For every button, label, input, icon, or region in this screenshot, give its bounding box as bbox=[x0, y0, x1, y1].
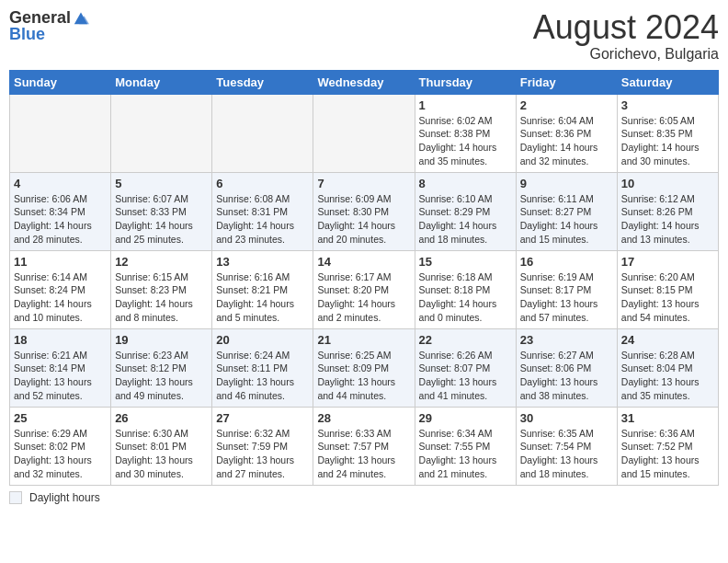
day-info: Sunrise: 6:30 AMSunset: 8:01 PMDaylight:… bbox=[115, 427, 208, 481]
calendar-cell: 20Sunrise: 6:24 AMSunset: 8:11 PMDayligh… bbox=[212, 328, 313, 407]
day-info: Sunrise: 6:24 AMSunset: 8:11 PMDaylight:… bbox=[216, 349, 309, 403]
calendar-col-header: Saturday bbox=[617, 70, 718, 94]
day-number: 16 bbox=[520, 255, 613, 269]
calendar-cell bbox=[313, 94, 415, 172]
logo-blue: Blue bbox=[9, 25, 45, 43]
calendar-col-header: Sunday bbox=[10, 70, 111, 94]
day-number: 7 bbox=[317, 177, 410, 190]
logo-general: General bbox=[9, 9, 71, 26]
day-info: Sunrise: 6:25 AMSunset: 8:09 PMDaylight:… bbox=[317, 349, 410, 403]
calendar-cell: 25Sunrise: 6:29 AMSunset: 8:02 PMDayligh… bbox=[10, 407, 111, 485]
day-number: 13 bbox=[216, 255, 309, 269]
calendar-cell bbox=[10, 94, 111, 172]
day-number: 21 bbox=[317, 333, 410, 347]
day-number: 18 bbox=[14, 333, 107, 347]
calendar-cell: 31Sunrise: 6:36 AMSunset: 7:52 PMDayligh… bbox=[617, 407, 718, 485]
calendar-cell bbox=[212, 94, 313, 172]
day-number: 14 bbox=[317, 255, 410, 269]
calendar-body: 1Sunrise: 6:02 AMSunset: 8:38 PMDaylight… bbox=[10, 94, 719, 485]
day-number: 10 bbox=[621, 177, 714, 190]
day-info: Sunrise: 6:29 AMSunset: 8:02 PMDaylight:… bbox=[14, 427, 107, 481]
day-number: 30 bbox=[520, 411, 613, 425]
day-info: Sunrise: 6:33 AMSunset: 7:57 PMDaylight:… bbox=[317, 427, 410, 481]
calendar-cell: 23Sunrise: 6:27 AMSunset: 8:06 PMDayligh… bbox=[516, 328, 617, 407]
calendar-cell: 4Sunrise: 6:06 AMSunset: 8:34 PMDaylight… bbox=[10, 172, 111, 250]
day-number: 9 bbox=[520, 177, 613, 190]
calendar-cell: 10Sunrise: 6:12 AMSunset: 8:26 PMDayligh… bbox=[617, 172, 718, 250]
day-info: Sunrise: 6:06 AMSunset: 8:34 PMDaylight:… bbox=[14, 192, 107, 247]
calendar-cell: 22Sunrise: 6:26 AMSunset: 8:07 PMDayligh… bbox=[415, 328, 516, 407]
calendar-cell bbox=[111, 94, 212, 172]
day-info: Sunrise: 6:02 AMSunset: 8:38 PMDaylight:… bbox=[419, 114, 512, 168]
day-info: Sunrise: 6:15 AMSunset: 8:23 PMDaylight:… bbox=[115, 270, 208, 325]
day-info: Sunrise: 6:08 AMSunset: 8:31 PMDaylight:… bbox=[216, 192, 309, 247]
day-info: Sunrise: 6:34 AMSunset: 7:55 PMDaylight:… bbox=[419, 427, 512, 481]
calendar-cell: 17Sunrise: 6:20 AMSunset: 8:15 PMDayligh… bbox=[617, 250, 718, 328]
calendar-cell: 7Sunrise: 6:09 AMSunset: 8:30 PMDaylight… bbox=[313, 172, 415, 250]
day-number: 3 bbox=[621, 98, 714, 112]
calendar-week-row: 4Sunrise: 6:06 AMSunset: 8:34 PMDaylight… bbox=[10, 172, 719, 250]
calendar-col-header: Wednesday bbox=[313, 70, 415, 94]
day-info: Sunrise: 6:10 AMSunset: 8:29 PMDaylight:… bbox=[419, 192, 512, 247]
footer: Daylight hours bbox=[9, 491, 719, 504]
calendar-col-header: Thursday bbox=[415, 70, 516, 94]
calendar-col-header: Tuesday bbox=[212, 70, 313, 94]
calendar-col-header: Friday bbox=[516, 70, 617, 94]
calendar-cell: 26Sunrise: 6:30 AMSunset: 8:01 PMDayligh… bbox=[111, 407, 212, 485]
calendar-cell: 2Sunrise: 6:04 AMSunset: 8:36 PMDaylight… bbox=[516, 94, 617, 172]
day-info: Sunrise: 6:09 AMSunset: 8:30 PMDaylight:… bbox=[317, 192, 410, 247]
calendar-cell: 16Sunrise: 6:19 AMSunset: 8:17 PMDayligh… bbox=[516, 250, 617, 328]
calendar-cell: 12Sunrise: 6:15 AMSunset: 8:23 PMDayligh… bbox=[111, 250, 212, 328]
calendar-cell: 19Sunrise: 6:23 AMSunset: 8:12 PMDayligh… bbox=[111, 328, 212, 407]
day-info: Sunrise: 6:14 AMSunset: 8:24 PMDaylight:… bbox=[14, 270, 107, 325]
day-number: 25 bbox=[14, 411, 107, 425]
day-number: 20 bbox=[216, 333, 309, 347]
day-info: Sunrise: 6:28 AMSunset: 8:04 PMDaylight:… bbox=[621, 349, 714, 403]
calendar-cell: 27Sunrise: 6:32 AMSunset: 7:59 PMDayligh… bbox=[212, 407, 313, 485]
calendar-col-header: Monday bbox=[111, 70, 212, 94]
day-number: 24 bbox=[621, 333, 714, 347]
day-info: Sunrise: 6:05 AMSunset: 8:35 PMDaylight:… bbox=[621, 114, 714, 168]
calendar-cell: 5Sunrise: 6:07 AMSunset: 8:33 PMDaylight… bbox=[111, 172, 212, 250]
day-info: Sunrise: 6:18 AMSunset: 8:18 PMDaylight:… bbox=[419, 270, 512, 325]
day-info: Sunrise: 6:11 AMSunset: 8:27 PMDaylight:… bbox=[520, 192, 613, 247]
calendar-cell: 14Sunrise: 6:17 AMSunset: 8:20 PMDayligh… bbox=[313, 250, 415, 328]
calendar-cell: 18Sunrise: 6:21 AMSunset: 8:14 PMDayligh… bbox=[10, 328, 111, 407]
daylight-label: Daylight hours bbox=[29, 491, 100, 504]
day-number: 2 bbox=[520, 98, 613, 112]
calendar-cell: 3Sunrise: 6:05 AMSunset: 8:35 PMDaylight… bbox=[617, 94, 718, 172]
calendar-header-row: SundayMondayTuesdayWednesdayThursdayFrid… bbox=[10, 70, 719, 94]
day-info: Sunrise: 6:23 AMSunset: 8:12 PMDaylight:… bbox=[115, 349, 208, 403]
calendar-week-row: 25Sunrise: 6:29 AMSunset: 8:02 PMDayligh… bbox=[10, 407, 719, 485]
day-number: 11 bbox=[14, 255, 107, 269]
day-info: Sunrise: 6:35 AMSunset: 7:54 PMDaylight:… bbox=[520, 427, 613, 481]
day-number: 26 bbox=[115, 411, 208, 425]
calendar-cell: 28Sunrise: 6:33 AMSunset: 7:57 PMDayligh… bbox=[313, 407, 415, 485]
day-number: 17 bbox=[621, 255, 714, 269]
calendar-cell: 9Sunrise: 6:11 AMSunset: 8:27 PMDaylight… bbox=[516, 172, 617, 250]
calendar-cell: 24Sunrise: 6:28 AMSunset: 8:04 PMDayligh… bbox=[617, 328, 718, 407]
day-info: Sunrise: 6:04 AMSunset: 8:36 PMDaylight:… bbox=[520, 114, 613, 168]
day-info: Sunrise: 6:36 AMSunset: 7:52 PMDaylight:… bbox=[621, 427, 714, 481]
calendar-cell: 13Sunrise: 6:16 AMSunset: 8:21 PMDayligh… bbox=[212, 250, 313, 328]
logo-icon bbox=[73, 9, 89, 26]
day-info: Sunrise: 6:26 AMSunset: 8:07 PMDaylight:… bbox=[419, 349, 512, 403]
day-number: 29 bbox=[419, 411, 512, 425]
calendar-cell: 30Sunrise: 6:35 AMSunset: 7:54 PMDayligh… bbox=[516, 407, 617, 485]
title-block: August 2024 Gorichevo, Bulgaria bbox=[533, 9, 719, 63]
day-number: 23 bbox=[520, 333, 613, 347]
page-header: General Blue August 2024 Gorichevo, Bulg… bbox=[9, 9, 719, 63]
calendar-cell: 8Sunrise: 6:10 AMSunset: 8:29 PMDaylight… bbox=[415, 172, 516, 250]
day-number: 31 bbox=[621, 411, 714, 425]
day-number: 4 bbox=[14, 177, 107, 190]
calendar-cell: 15Sunrise: 6:18 AMSunset: 8:18 PMDayligh… bbox=[415, 250, 516, 328]
day-number: 5 bbox=[115, 177, 208, 190]
day-info: Sunrise: 6:32 AMSunset: 7:59 PMDaylight:… bbox=[216, 427, 309, 481]
day-number: 15 bbox=[419, 255, 512, 269]
calendar-week-row: 1Sunrise: 6:02 AMSunset: 8:38 PMDaylight… bbox=[10, 94, 719, 172]
calendar-table: SundayMondayTuesdayWednesdayThursdayFrid… bbox=[9, 70, 719, 486]
calendar-cell: 29Sunrise: 6:34 AMSunset: 7:55 PMDayligh… bbox=[415, 407, 516, 485]
calendar-cell: 21Sunrise: 6:25 AMSunset: 8:09 PMDayligh… bbox=[313, 328, 415, 407]
day-info: Sunrise: 6:12 AMSunset: 8:26 PMDaylight:… bbox=[621, 192, 714, 247]
day-number: 22 bbox=[419, 333, 512, 347]
